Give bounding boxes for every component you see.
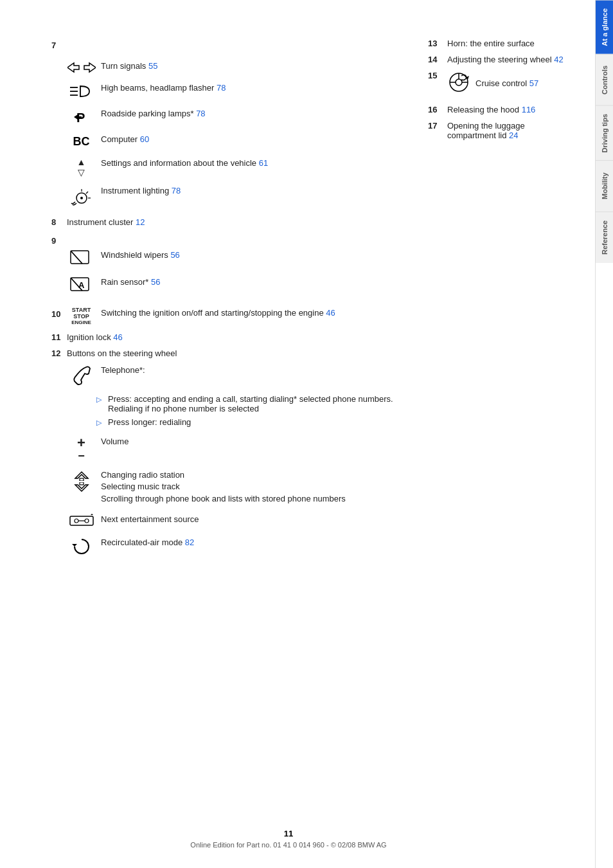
item-number-8: 8: [51, 217, 67, 227]
tab-reference-label: Reference: [601, 221, 609, 255]
item-volume: + − Volume: [67, 436, 409, 460]
page-footer: 11 Online Edition for Part no. 01 41 0 0…: [0, 829, 577, 849]
high-beams-icon: [67, 82, 96, 100]
scroll-arrows: [73, 469, 91, 494]
item-instrument-lighting-text: Instrument lighting 78: [101, 185, 409, 197]
scroll-icon: [67, 469, 96, 494]
item-scroll-text: Changing radio station Selecting music t…: [101, 469, 409, 505]
item-high-beams-text: High beams, headlamp flasher 78: [101, 82, 409, 94]
recirculated-air-icon: [67, 537, 96, 556]
item-15-page[interactable]: 57: [529, 78, 538, 88]
content-columns: 7 Turn signals 55: [51, 39, 569, 568]
item-number-11: 11: [51, 332, 67, 342]
item-11-text: Ignition lock 46: [67, 332, 123, 342]
svg-rect-12: [71, 251, 89, 264]
item-recirculated-text: Recirculated-air mode 82: [101, 537, 409, 548]
item-settings: ▲ ▽ Settings and information about the v…: [67, 158, 409, 177]
cruise-control-icon: [447, 71, 470, 96]
bc-symbol: BC: [73, 134, 90, 150]
svg-point-25: [456, 79, 462, 86]
copyright-text: Online Edition for Part no. 01 41 0 014 …: [190, 841, 386, 849]
tab-mobility-label: Mobility: [601, 173, 609, 200]
instrument-lighting-page[interactable]: 78: [172, 186, 181, 195]
parking-lamps-page[interactable]: 78: [196, 109, 205, 118]
tab-at-a-glance[interactable]: At a glance: [596, 0, 613, 54]
item-11-page[interactable]: 46: [113, 332, 122, 342]
item-telephone-label: Telephone*:: [101, 365, 409, 376]
item-10-text: Switching the ignition on/off and starti…: [101, 307, 409, 319]
item-number-9: 9: [51, 236, 67, 246]
item-7-header: 7: [51, 39, 409, 51]
item-16-page[interactable]: 116: [522, 105, 536, 114]
item-windshield-wipers: Windshield wipers 56: [67, 249, 409, 269]
instrument-lighting-icon: [67, 185, 96, 206]
tab-controls[interactable]: Controls: [596, 54, 613, 105]
item-10: 10 START STOP ENGINE Switching the ignit…: [51, 307, 409, 326]
item-14: 14 Adjusting the steering wheel 42: [428, 55, 569, 64]
item-scroll: Changing radio station Selecting music t…: [67, 469, 409, 505]
recirculated-page[interactable]: 82: [185, 538, 194, 547]
item-11: 11 Ignition lock 46: [51, 332, 409, 342]
page-container: 7 Turn signals 55: [0, 0, 613, 868]
item-9-header: 9: [51, 236, 409, 246]
item-number-15: 15: [428, 71, 447, 80]
main-content: 7 Turn signals 55: [0, 0, 595, 868]
item-17-page[interactable]: 24: [509, 131, 518, 140]
item-17-text: Opening the luggage compartment lid 24: [447, 121, 569, 140]
start-stop-text: START STOP ENGINE: [71, 307, 91, 326]
triangle-up: ▲: [77, 158, 86, 167]
windshield-wipers-page[interactable]: 56: [170, 250, 179, 260]
computer-page[interactable]: 60: [140, 134, 149, 144]
item-settings-text: Settings and information about the vehic…: [101, 158, 409, 169]
arrow-icon-1: ▷: [96, 395, 104, 404]
rain-sensor-page[interactable]: 56: [151, 277, 160, 287]
svg-point-21: [85, 519, 89, 523]
svg-point-11: [80, 197, 83, 199]
tab-driving-tips[interactable]: Driving tips: [596, 105, 613, 161]
item-recirculated: Recirculated-air mode 82: [67, 537, 409, 556]
item-16: 16 Releasing the hood 116: [428, 105, 569, 114]
parking-lamps-icon: P: [67, 108, 96, 126]
telephone-bullet-1: ▷ Press: accepting and ending a call, st…: [96, 394, 409, 413]
turn-signals-page[interactable]: 55: [148, 61, 157, 71]
item-number-14: 14: [428, 55, 447, 64]
triangle-down: ▽: [78, 168, 85, 177]
telephone-bullet-1-text: Press: accepting and ending a call, star…: [108, 394, 409, 413]
item-15: 15: [428, 71, 569, 96]
item-15-text: Cruise control 57: [475, 78, 538, 88]
item-8-page[interactable]: 12: [136, 217, 145, 227]
item-computer: BC Computer 60: [67, 134, 409, 150]
item-14-text: Adjusting the steering wheel 42: [447, 55, 564, 64]
item-entertainment: Next entertainment source: [67, 514, 409, 528]
item-rain-sensor-text: Rain sensor* 56: [101, 276, 409, 288]
tab-reference[interactable]: Reference: [596, 212, 613, 263]
page-number: 11: [0, 829, 577, 838]
item-8-text: Instrument cluster 12: [67, 217, 145, 227]
item-number-10: 10: [51, 309, 67, 320]
item-13-text: Horn: the entire surface: [447, 39, 535, 48]
item-number-16: 16: [428, 105, 447, 114]
item-10-page[interactable]: 46: [326, 308, 335, 318]
tab-driving-tips-label: Driving tips: [601, 114, 609, 153]
item-14-page[interactable]: 42: [554, 55, 563, 64]
telephone-bullet-2: ▷ Press longer: redialing: [96, 417, 409, 427]
bc-icon: BC: [67, 134, 96, 150]
triangle-container: ▲ ▽: [77, 158, 86, 177]
item-15-content: Cruise control 57: [447, 71, 538, 96]
right-column: 13 Horn: the entire surface 14 Adjusting…: [428, 39, 569, 568]
tab-mobility[interactable]: Mobility: [596, 160, 613, 212]
item-instrument-lighting: Instrument lighting 78: [67, 185, 409, 206]
minus-symbol: −: [78, 451, 85, 460]
sidebar-tabs: At a glance Controls Driving tips Mobili…: [595, 0, 613, 868]
item-17: 17 Opening the luggage compartment lid 2…: [428, 121, 569, 140]
item-12-text: Buttons on the steering wheel: [67, 348, 177, 358]
svg-marker-23: [72, 544, 77, 547]
settings-page[interactable]: 61: [259, 158, 268, 168]
volume-plusminus: + −: [77, 436, 85, 460]
settings-triangles-icon: ▲ ▽: [67, 158, 96, 177]
item-8: 8 Instrument cluster 12: [51, 217, 409, 227]
entertainment-source-icon: [67, 514, 96, 528]
high-beams-page[interactable]: 78: [217, 83, 226, 93]
item-windshield-wipers-text: Windshield wipers 56: [101, 249, 409, 261]
svg-marker-1: [84, 63, 96, 72]
